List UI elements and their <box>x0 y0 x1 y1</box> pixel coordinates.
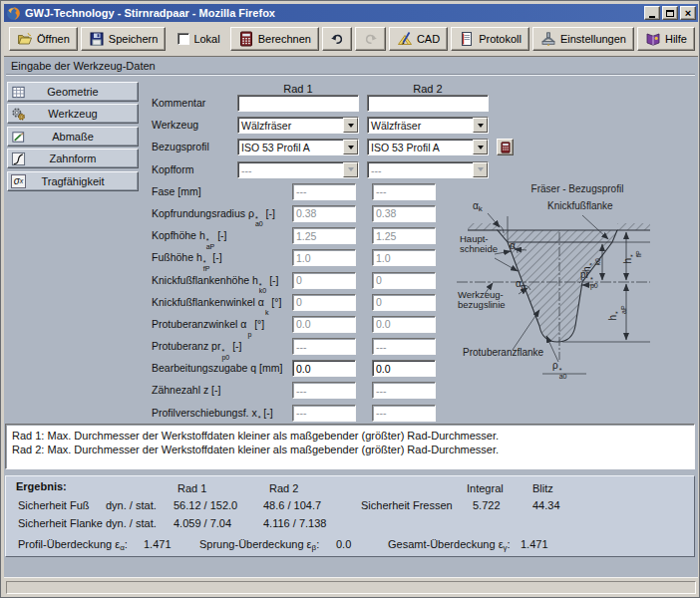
form-row-profilverschiebung: Profilverschiebungsf. x* [-] <box>149 403 547 425</box>
sidebar-item-werkzeug[interactable]: Werkzeug <box>7 104 139 124</box>
results-col-rad1: Rad 1 <box>177 482 206 494</box>
save-button[interactable]: Speichern <box>81 27 167 51</box>
status-field <box>6 581 696 594</box>
form-row-werkzeug: Werkzeug Wälzfräser Wälzfräser <box>149 115 547 137</box>
message-box: Rad 1: Max. Durchmesser der Werkstoffdat… <box>5 424 695 469</box>
grid-icon <box>11 85 26 100</box>
toolbar: Öffnen Speichern Lokal Berechnen CAD Pro… <box>4 22 698 57</box>
sprung-ueberdeckung-value: 0.0 <box>336 538 351 550</box>
settings-button[interactable]: Einstellungen <box>532 27 634 51</box>
bezugsprofil-select-rad1[interactable]: ISO 53 Profil A <box>237 139 359 155</box>
calculate-button[interactable]: Berechnen <box>230 27 319 51</box>
h-fP-dimension-label: h*fP <box>623 242 641 272</box>
sicherheit-fuss-rad2-value: 48.6 / 104.7 <box>263 499 321 511</box>
sicherheit-fressen-label: Sicherheit Fressen <box>361 499 453 511</box>
chevron-down-icon[interactable] <box>343 118 358 133</box>
chevron-down-icon <box>473 162 488 177</box>
window-title: GWJ-Technology - Stirnradpaar - Mozilla … <box>25 7 644 19</box>
gears-icon <box>11 107 26 122</box>
fressen-integral-value: 5.722 <box>473 499 501 511</box>
close-button[interactable]: × <box>680 6 696 20</box>
results-panel: Ergebnis: Rad 1 Rad 2 Integral Blitz Sic… <box>5 475 695 557</box>
kommentar-rad2-input[interactable] <box>367 95 489 112</box>
lokal-checkbox[interactable] <box>177 33 189 45</box>
help-button[interactable]: Hilfe <box>637 27 695 51</box>
bezugsprofil-select-rad2[interactable]: ISO 53 Profil A <box>367 139 489 155</box>
alpha-k-label: αk <box>473 201 483 214</box>
message-line: Rad 2: Max. Durchmesser der Werkstoffdat… <box>12 443 688 456</box>
results-col-rad2: Rad 2 <box>269 482 298 494</box>
rho-a0-label: ρ*a0 <box>552 361 567 379</box>
firefox-icon <box>6 6 21 21</box>
bearbeitungszugabe-rad2-input[interactable] <box>372 360 436 377</box>
profilverschiebung-rad1-input <box>292 405 356 422</box>
kommentar-rad1-input[interactable] <box>237 95 359 112</box>
undo-button[interactable] <box>322 27 353 51</box>
sidebar-item-geometrie[interactable]: Geometrie <box>7 82 139 102</box>
lokal-option: Lokal <box>177 33 219 45</box>
bezugsprofil-calculator-button[interactable] <box>497 139 514 155</box>
field-label: Bearbeitungszugabe q [mm] <box>152 358 282 378</box>
hauptschneide-label: Haupt-schneide <box>460 234 498 254</box>
field-label: Kopfrundungsradius ρ*a0 [-] <box>152 203 275 227</box>
message-line: Rad 1: Max. Durchmesser der Werkstoffdat… <box>12 429 688 443</box>
sidebar: Geometrie Werkzeug Abmaße Zahnform σx Tr… <box>7 82 139 191</box>
field-label: Profilverschiebungsf. x* [-] <box>152 403 273 423</box>
mode-label: dyn. / stat. <box>106 499 157 511</box>
werkzeug-select-rad1[interactable]: Wälzfräser <box>237 117 359 134</box>
field-label: Protuberanz pr*p0 [-] <box>152 336 242 360</box>
zaehnezahl-rad1-input <box>292 382 356 399</box>
sidebar-item-abmasse[interactable]: Abmaße <box>7 127 139 147</box>
bezugsprofil-diagram: Fräser - Bezugsprofil αk Knickfußflanke … <box>455 182 700 390</box>
alpha-p-label: αp <box>516 279 525 292</box>
field-label: Zähnezahl z [-] <box>152 380 220 400</box>
bearbeitungszugabe-rad1-input[interactable] <box>292 360 356 377</box>
knickfussflankenhoehe-rad2-input <box>372 272 436 289</box>
knickfussflankenhoehe-rad1-input <box>292 272 356 289</box>
cad-button[interactable]: CAD <box>389 27 448 51</box>
app-window: GWJ-Technology - Stirnradpaar - Mozilla … <box>0 0 700 598</box>
h-k0-dimension-label: h*k0 <box>582 250 600 280</box>
sicherheit-fuss-label: Sicherheit Fuß <box>18 499 90 511</box>
main-content: Eingabe der Werkzeug-Daten Geometrie Wer… <box>4 57 698 577</box>
protuberanzwinkel-rad2-input <box>372 316 436 333</box>
field-label: Bezugsprofil <box>152 137 209 156</box>
sicherheit-fuss-rad1-value: 56.12 / 152.0 <box>174 499 237 511</box>
form-row-bezugsprofil: Bezugsprofil ISO 53 Profil A ISO 53 Prof… <box>149 137 547 158</box>
profile-drawing <box>455 182 700 390</box>
maximize-button[interactable] <box>662 6 678 20</box>
h-aP-dimension-label: h*aP <box>608 298 626 328</box>
protuberanzflanke-label: Protuberanzflanke <box>463 348 543 358</box>
help-book-icon <box>645 31 661 47</box>
sicherheit-flanke-label: Sicherheit Flanke <box>18 517 103 529</box>
field-label: Knickfußflankenwinkel αk [°] <box>152 292 281 316</box>
werkzeug-select-rad2[interactable]: Wälzfräser <box>367 117 489 134</box>
field-label: Fase [mm] <box>152 181 201 201</box>
status-bar <box>4 577 698 596</box>
gesamt-ueberdeckung-label: Gesamt-Überdeckung εγ: <box>388 538 511 552</box>
redo-button[interactable] <box>355 27 386 51</box>
mode-label: dyn. / stat. <box>106 517 157 529</box>
fase-rad2-input <box>372 183 436 200</box>
redo-icon <box>363 31 379 47</box>
field-label: Protuberanzwinkel αp [°] <box>152 314 264 338</box>
protuberanz-rad1-input <box>292 338 356 355</box>
chevron-down-icon[interactable] <box>473 140 488 154</box>
cad-icon <box>397 31 413 47</box>
chevron-down-icon[interactable] <box>343 140 358 154</box>
sidebar-item-tragfaehigkeit[interactable]: σx Tragfähigkeit <box>7 171 139 191</box>
knickfussflankenwinkel-rad1-input <box>292 294 356 311</box>
chevron-down-icon[interactable] <box>473 118 488 133</box>
divider <box>6 74 695 76</box>
protuberanzwinkel-rad1-input <box>292 316 356 333</box>
open-button[interactable]: Öffnen <box>9 27 78 51</box>
kopfform-select-rad1: --- <box>237 161 359 178</box>
sidebar-item-zahnform[interactable]: Zahnform <box>7 149 139 168</box>
protocol-button[interactable]: Protokoll <box>451 27 529 51</box>
minimize-button[interactable] <box>644 6 660 20</box>
sigma-icon: σx <box>11 174 26 189</box>
sicherheit-flanke-rad2-value: 4.116 / 7.138 <box>263 517 326 529</box>
kopfform-select-rad2: --- <box>367 161 489 178</box>
sprung-ueberdeckung-label: Sprung-Überdeckung εβ: <box>199 538 319 552</box>
kopfrundungsradius-rad2-input <box>372 205 436 222</box>
